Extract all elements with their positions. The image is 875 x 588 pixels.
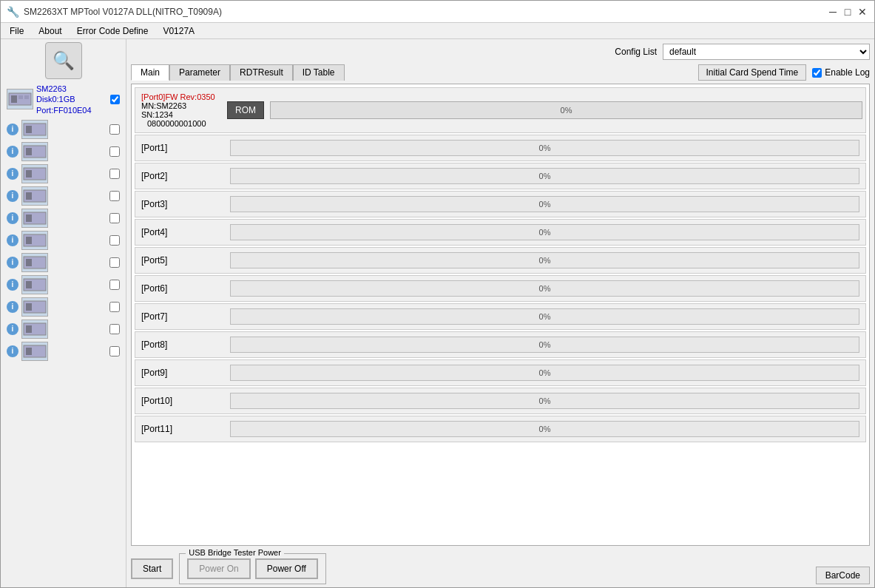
sidebar-row-8: i [1, 274, 126, 296]
power-off-button[interactable]: Power Off [255, 558, 318, 579]
port-row-6: [Port6] 0% [135, 275, 866, 302]
port10-progress-text: 0% [539, 396, 551, 405]
menu-about[interactable]: About [33, 24, 67, 38]
info-icon-1: i [7, 124, 18, 135]
menu-error-code[interactable]: Error Code Define [71, 24, 155, 38]
menu-version[interactable]: V0127A [157, 24, 200, 38]
sidebar-row-7: i [1, 251, 126, 274]
rom-button[interactable]: ROM [227, 101, 264, 119]
menu-bar: File About Error Code Define V0127A [1, 23, 874, 39]
port8-label: [Port8] [135, 337, 224, 353]
port4-label: [Port4] [135, 224, 224, 240]
port-row-10: [Port10] 0% [135, 388, 866, 414]
port5-progress-bar: 0% [230, 252, 859, 268]
svg-rect-7 [26, 148, 32, 155]
svg-rect-19 [26, 281, 32, 288]
sidebar-device-0: SM2263 Disk0:1GB Port:FF010E04 [1, 84, 126, 115]
row-checkbox-11[interactable] [109, 346, 120, 356]
row-checkbox-6[interactable] [109, 235, 120, 246]
port4-progress-text: 0% [539, 228, 551, 237]
svg-rect-5 [26, 126, 32, 133]
sidebar-device-icon-3 [21, 164, 48, 183]
enable-log-checkbox[interactable] [812, 68, 822, 78]
row-checkbox-7[interactable] [109, 257, 120, 268]
svg-rect-21 [26, 303, 32, 311]
sidebar-device-icon-10 [21, 320, 48, 339]
port3-label: [Port3] [135, 196, 224, 212]
port-row-3: [Port3] 0% [135, 191, 866, 217]
info-icon-11: i [7, 345, 18, 357]
sidebar-row-10: i [1, 318, 126, 340]
row-checkbox-2[interactable] [109, 146, 120, 157]
search-button[interactable]: 🔍 [45, 42, 82, 79]
port0-label: [Port0]FW Rev:0350 MN:SM2263 SN:1234 080… [135, 89, 224, 131]
port2-progress-bar: 0% [230, 168, 859, 184]
row-checkbox-5[interactable] [109, 213, 120, 223]
info-icon-10: i [7, 323, 18, 335]
svg-rect-2 [18, 95, 23, 99]
row-checkbox-3[interactable] [109, 169, 120, 179]
port11-progress-text: 0% [539, 425, 551, 433]
row-checkbox-8[interactable] [109, 280, 120, 290]
port9-label: [Port9] [135, 365, 224, 381]
tab-parameter[interactable]: Parameter [169, 64, 230, 81]
menu-file[interactable]: File [4, 24, 30, 38]
config-list-select[interactable]: default [663, 44, 870, 60]
port0-progress-text: 0% [561, 106, 572, 115]
title-bar-controls: ─ □ ✕ [827, 6, 868, 18]
device-port: Port:FF010E04 [36, 105, 92, 115]
row-checkbox-1[interactable] [109, 124, 120, 135]
port5-label: [Port5] [135, 252, 224, 268]
port1-progress-text: 0% [539, 143, 551, 152]
row-checkbox-10[interactable] [109, 324, 120, 334]
tab-id-table[interactable]: ID Table [293, 64, 345, 81]
port0-fw: [Port0]FW Rev:0350 [141, 92, 218, 101]
port0-mn: MN:SM2263 [141, 101, 218, 110]
tab-content-main: [Port0]FW Rev:0350 MN:SM2263 SN:1234 080… [131, 84, 870, 546]
minimize-button[interactable]: ─ [827, 6, 839, 18]
barcode-button[interactable]: BarCode [816, 567, 870, 584]
sidebar-row-5: i [1, 207, 126, 229]
sidebar-device-icon-9 [21, 297, 48, 317]
initial-card-button[interactable]: Initial Card Spend Time [698, 64, 807, 81]
row-checkbox-9[interactable] [109, 302, 120, 312]
port7-progress-text: 0% [539, 312, 551, 321]
port8-progress-text: 0% [539, 340, 551, 349]
port10-label: [Port10] [135, 393, 224, 409]
sidebar-device-icon-5 [21, 209, 48, 228]
port-row-0: [Port0]FW Rev:0350 MN:SM2263 SN:1234 080… [135, 87, 866, 133]
start-button[interactable]: Start [131, 558, 173, 579]
close-button[interactable]: ✕ [857, 6, 868, 18]
info-icon-6: i [7, 234, 18, 246]
port11-progress-bar: 0% [230, 421, 859, 437]
port-row-8: [Port8] 0% [135, 331, 866, 358]
device-checkbox-0[interactable] [110, 95, 120, 104]
sidebar: 🔍 SM2263 Disk0:1GB Port:FF010E04 i [1, 39, 126, 588]
power-on-button[interactable]: Power On [187, 558, 250, 579]
tab-main[interactable]: Main [131, 64, 169, 81]
port6-label: [Port6] [135, 280, 224, 297]
port-row-4: [Port4] 0% [135, 219, 866, 246]
info-icon-5: i [7, 212, 18, 224]
maximize-button[interactable]: □ [842, 6, 854, 18]
port-row-11: [Port11] 0% [135, 416, 866, 442]
port2-progress-text: 0% [539, 172, 551, 180]
tab-rdtresult[interactable]: RDTResult [230, 64, 293, 81]
title-bar: 🔧 SM2263XT MPTool V0127A DLL(NITRO_T0909… [1, 1, 874, 23]
svg-rect-13 [26, 214, 32, 222]
row-checkbox-4[interactable] [109, 191, 120, 201]
device-icon-0 [7, 89, 33, 109]
svg-rect-15 [26, 237, 32, 244]
barcode-panel: BarCode [796, 567, 870, 584]
sidebar-row-1: i [1, 118, 126, 141]
port6-progress-text: 0% [539, 284, 551, 293]
sidebar-row-2: i [1, 141, 126, 163]
port2-label: [Port2] [135, 168, 224, 184]
bottom-section: Start USB Bridge Tester Power Power On P… [131, 549, 870, 584]
top-controls: Main Parameter RDTResult ID Table Initia… [131, 64, 870, 81]
port1-progress-bar: 0% [230, 140, 859, 156]
sidebar-device-icon-4 [21, 186, 48, 206]
port7-label: [Port7] [135, 308, 224, 325]
svg-rect-3 [24, 95, 29, 99]
sidebar-device-icon-8 [21, 275, 48, 294]
